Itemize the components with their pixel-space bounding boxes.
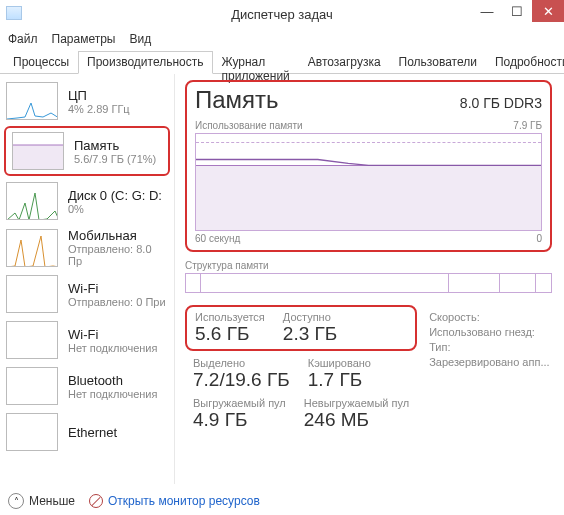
mobile-sub: Отправлено: 8.0 Пр bbox=[68, 243, 168, 267]
memory-usage-graph bbox=[195, 133, 542, 231]
open-resmon-link[interactable]: Открыть монитор ресурсов bbox=[89, 494, 260, 508]
menubar: Файл Параметры Вид bbox=[0, 28, 564, 50]
tab-performance[interactable]: Производительность bbox=[78, 51, 212, 74]
window-controls: — ☐ ✕ bbox=[472, 0, 564, 22]
paged-value: 4.9 ГБ bbox=[193, 409, 286, 431]
mobile-title: Мобильная bbox=[68, 228, 168, 243]
menu-options[interactable]: Параметры bbox=[52, 32, 116, 46]
cached-label: Кэшировано bbox=[308, 357, 371, 369]
sidebar-item-disk[interactable]: Диск 0 (C: G: D: 0% bbox=[0, 178, 174, 224]
bluetooth-sub: Нет подключения bbox=[68, 388, 157, 400]
wifi1-title: Wi-Fi bbox=[68, 281, 166, 296]
memory-overview-highlight: Память 8.0 ГБ DDR3 Использование памяти … bbox=[185, 80, 552, 252]
content: ЦП 4% 2.89 ГГц Память 5.6/7.9 ГБ (71%) Д… bbox=[0, 74, 564, 484]
nonpaged-value: 246 МБ bbox=[304, 409, 409, 431]
cpu-mini-graph bbox=[6, 82, 58, 120]
type-label: Тип: bbox=[429, 341, 549, 353]
disk-title: Диск 0 (C: G: D: bbox=[68, 188, 162, 203]
tab-apphistory[interactable]: Журнал приложений bbox=[213, 51, 299, 74]
memory-composition-bar bbox=[185, 273, 552, 293]
tab-processes[interactable]: Процессы bbox=[4, 51, 78, 74]
sidebar-item-wifi2[interactable]: Wi-Fi Нет подключения bbox=[0, 317, 174, 363]
tab-details[interactable]: Подробности bbox=[486, 51, 564, 74]
in-use-value: 5.6 ГБ bbox=[195, 323, 265, 345]
sidebar-item-memory[interactable]: Память 5.6/7.9 ГБ (71%) bbox=[4, 126, 170, 176]
bluetooth-mini-graph bbox=[6, 367, 58, 405]
committed-value: 7.2/19.6 ГБ bbox=[193, 369, 290, 391]
footer: ˄ Меньше Открыть монитор ресурсов bbox=[8, 493, 260, 509]
disk-mini-graph bbox=[6, 182, 58, 220]
nonpaged-label: Невыгружаемый пул bbox=[304, 397, 409, 409]
sidebar-item-cpu[interactable]: ЦП 4% 2.89 ГГц bbox=[0, 78, 174, 124]
stats-highlight: Используется 5.6 ГБ Доступно 2.3 ГБ bbox=[185, 305, 417, 351]
cpu-title: ЦП bbox=[68, 88, 130, 103]
in-use-label: Используется bbox=[195, 311, 265, 323]
main-panel: Память 8.0 ГБ DDR3 Использование памяти … bbox=[175, 74, 564, 484]
window-title: Диспетчер задач bbox=[231, 7, 333, 22]
sidebar-item-ethernet[interactable]: Ethernet bbox=[0, 409, 174, 455]
memory-sub: 5.6/7.9 ГБ (71%) bbox=[74, 153, 156, 165]
mobile-mini-graph bbox=[6, 229, 58, 267]
chevron-up-icon: ˄ bbox=[8, 493, 24, 509]
titlebar: Диспетчер задач — ☐ ✕ bbox=[0, 0, 564, 28]
xaxis-right: 0 bbox=[536, 233, 542, 244]
stats-area: Используется 5.6 ГБ Доступно 2.3 ГБ Выде… bbox=[185, 305, 552, 431]
wifi1-sub: Отправлено: 0 При bbox=[68, 296, 166, 308]
open-resmon-label: Открыть монитор ресурсов bbox=[108, 494, 260, 508]
tab-users[interactable]: Пользователи bbox=[390, 51, 486, 74]
reserved-label: Зарезервировано апп... bbox=[429, 356, 549, 368]
bluetooth-title: Bluetooth bbox=[68, 373, 157, 388]
menu-file[interactable]: Файл bbox=[8, 32, 38, 46]
resmon-icon bbox=[89, 494, 103, 508]
close-button[interactable]: ✕ bbox=[532, 0, 564, 22]
xaxis-left: 60 секунд bbox=[195, 233, 240, 244]
sidebar-item-wifi1[interactable]: Wi-Fi Отправлено: 0 При bbox=[0, 271, 174, 317]
sidebar-item-bluetooth[interactable]: Bluetooth Нет подключения bbox=[0, 363, 174, 409]
svg-rect-0 bbox=[13, 145, 64, 170]
sidebar: ЦП 4% 2.89 ГГц Память 5.6/7.9 ГБ (71%) Д… bbox=[0, 74, 175, 484]
struct-label: Структура памяти bbox=[185, 260, 552, 271]
usage-max: 7.9 ГБ bbox=[513, 120, 542, 131]
usage-label: Использование памяти bbox=[195, 120, 303, 131]
speed-label: Скорость: bbox=[429, 311, 549, 323]
available-value: 2.3 ГБ bbox=[283, 323, 337, 345]
cached-value: 1.7 ГБ bbox=[308, 369, 371, 391]
wifi2-mini-graph bbox=[6, 321, 58, 359]
disk-sub: 0% bbox=[68, 203, 162, 215]
tabs: Процессы Производительность Журнал прило… bbox=[0, 50, 564, 74]
sidebar-item-mobile[interactable]: Мобильная Отправлено: 8.0 Пр bbox=[0, 224, 174, 271]
memory-mini-graph bbox=[12, 132, 64, 170]
fewer-details-label: Меньше bbox=[29, 494, 75, 508]
app-icon bbox=[6, 6, 22, 20]
available-label: Доступно bbox=[283, 311, 337, 323]
tab-startup[interactable]: Автозагрузка bbox=[299, 51, 390, 74]
ethernet-title: Ethernet bbox=[68, 425, 117, 440]
minimize-button[interactable]: — bbox=[472, 0, 502, 22]
wifi1-mini-graph bbox=[6, 275, 58, 313]
slots-label: Использовано гнезд: bbox=[429, 326, 549, 338]
menu-view[interactable]: Вид bbox=[129, 32, 151, 46]
ethernet-mini-graph bbox=[6, 413, 58, 451]
paged-label: Выгружаемый пул bbox=[193, 397, 286, 409]
memory-title: Память bbox=[74, 138, 156, 153]
cpu-sub: 4% 2.89 ГГц bbox=[68, 103, 130, 115]
committed-label: Выделено bbox=[193, 357, 290, 369]
main-title: Память bbox=[195, 86, 279, 114]
wifi2-sub: Нет подключения bbox=[68, 342, 157, 354]
memory-spec: 8.0 ГБ DDR3 bbox=[460, 95, 542, 111]
wifi2-title: Wi-Fi bbox=[68, 327, 157, 342]
fewer-details-button[interactable]: ˄ Меньше bbox=[8, 493, 75, 509]
maximize-button[interactable]: ☐ bbox=[502, 0, 532, 22]
